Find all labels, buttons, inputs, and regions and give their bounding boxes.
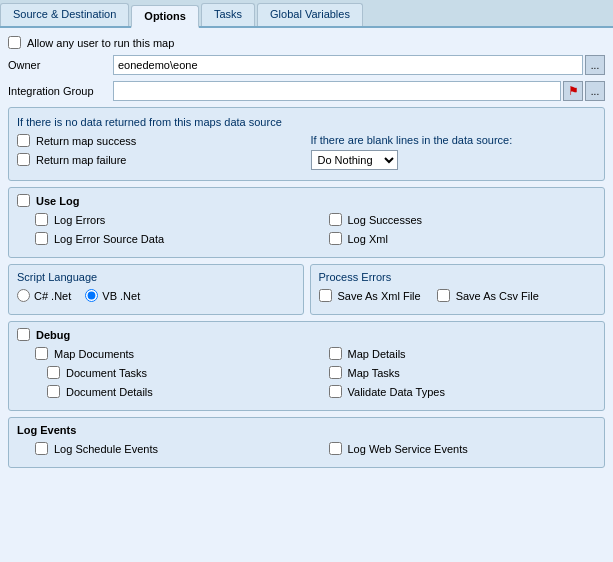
flag-icon: ⚑ [568, 84, 579, 98]
return-success-row: Return map success [17, 134, 303, 147]
map-tasks-label: Map Tasks [348, 367, 400, 379]
blank-lines-label: If there are blank lines in the data sou… [311, 134, 597, 146]
map-documents-label: Map Documents [54, 348, 134, 360]
validate-data-types-row: Validate Data Types [329, 385, 597, 398]
script-language-title: Script Language [17, 271, 295, 283]
owner-input[interactable] [113, 55, 583, 75]
map-details-checkbox[interactable] [329, 347, 342, 360]
map-details-row: Map Details [329, 347, 597, 360]
no-data-left-col: Return map success Return map failure [17, 134, 303, 172]
log-events-section: Log Events Log Schedule Events Log Web S… [8, 417, 605, 468]
vbnet-radio-item: VB .Net [85, 289, 140, 302]
debug-label: Debug [36, 329, 70, 341]
process-errors-title: Process Errors [319, 271, 597, 283]
owner-row: Owner ... [8, 55, 605, 75]
allow-any-user-checkbox[interactable] [8, 36, 21, 49]
document-tasks-checkbox[interactable] [47, 366, 60, 379]
map-documents-row: Map Documents [35, 347, 303, 360]
log-events-header: Log Events [17, 424, 596, 436]
log-right-col: Log Successes Log Xml [311, 213, 597, 251]
no-data-right-col: If there are blank lines in the data sou… [311, 134, 597, 172]
tab-tasks[interactable]: Tasks [201, 3, 255, 26]
tab-source-destination[interactable]: Source & Destination [0, 3, 129, 26]
save-as-csv-row: Save As Csv File [437, 289, 539, 302]
document-tasks-row: Document Tasks [47, 366, 303, 379]
debug-header: Debug [17, 328, 596, 341]
integration-group-label: Integration Group [8, 85, 113, 97]
save-as-xml-row: Save As Xml File [319, 289, 421, 302]
log-error-source-checkbox[interactable] [35, 232, 48, 245]
document-details-row: Document Details [47, 385, 303, 398]
use-log-header: Use Log [17, 194, 596, 207]
map-tasks-checkbox[interactable] [329, 366, 342, 379]
log-xml-row: Log Xml [329, 232, 597, 245]
use-log-section: Use Log Log Errors Log Error Source Data… [8, 187, 605, 258]
log-events-title: Log Events [17, 424, 76, 436]
owner-dots-button[interactable]: ... [585, 55, 605, 75]
log-successes-row: Log Successes [329, 213, 597, 226]
do-nothing-dropdown[interactable]: Do Nothing Skip Row Return Error [311, 150, 398, 170]
log-left-col: Log Errors Log Error Source Data [17, 213, 303, 251]
use-log-label: Use Log [36, 195, 79, 207]
debug-right-col: Map Details Map Tasks Validate Data Type… [311, 347, 597, 404]
return-success-label: Return map success [36, 135, 136, 147]
log-error-source-row: Log Error Source Data [35, 232, 303, 245]
validate-data-types-label: Validate Data Types [348, 386, 445, 398]
use-log-checkbox[interactable] [17, 194, 30, 207]
log-web-service-label: Log Web Service Events [348, 443, 468, 455]
options-panel: Allow any user to run this map Owner ...… [0, 28, 613, 562]
save-as-csv-checkbox[interactable] [437, 289, 450, 302]
script-language-section: Script Language C# .Net VB .Net [8, 264, 304, 315]
vbnet-label: VB .Net [102, 290, 140, 302]
log-schedule-label: Log Schedule Events [54, 443, 158, 455]
document-details-label: Document Details [66, 386, 153, 398]
debug-checkbox[interactable] [17, 328, 30, 341]
log-options-columns: Log Errors Log Error Source Data Log Suc… [17, 213, 596, 251]
log-web-service-checkbox[interactable] [329, 442, 342, 455]
log-events-left-col: Log Schedule Events [17, 442, 303, 461]
save-as-xml-label: Save As Xml File [338, 290, 421, 302]
return-failure-checkbox[interactable] [17, 153, 30, 166]
integration-group-input[interactable] [113, 81, 561, 101]
log-error-source-label: Log Error Source Data [54, 233, 164, 245]
csharp-radio-item: C# .Net [17, 289, 71, 302]
process-errors-checkboxes: Save As Xml File Save As Csv File [319, 289, 597, 308]
script-language-radios: C# .Net VB .Net [17, 289, 295, 302]
log-errors-label: Log Errors [54, 214, 105, 226]
log-errors-checkbox[interactable] [35, 213, 48, 226]
vbnet-radio[interactable] [85, 289, 98, 302]
csharp-radio[interactable] [17, 289, 30, 302]
owner-label: Owner [8, 59, 113, 71]
tab-bar: Source & Destination Options Tasks Globa… [0, 0, 613, 28]
log-xml-checkbox[interactable] [329, 232, 342, 245]
allow-any-user-label: Allow any user to run this map [27, 37, 174, 49]
map-documents-checkbox[interactable] [35, 347, 48, 360]
script-process-row: Script Language C# .Net VB .Net Process … [8, 264, 605, 315]
document-tasks-label: Document Tasks [66, 367, 147, 379]
debug-options-columns: Map Documents Document Tasks Document De… [17, 347, 596, 404]
save-as-xml-checkbox[interactable] [319, 289, 332, 302]
log-events-columns: Log Schedule Events Log Web Service Even… [17, 442, 596, 461]
validate-data-types-checkbox[interactable] [329, 385, 342, 398]
debug-section: Debug Map Documents Document Tasks Docum… [8, 321, 605, 411]
log-errors-row: Log Errors [35, 213, 303, 226]
no-data-section-title: If there is no data returned from this m… [17, 116, 596, 128]
tab-options[interactable]: Options [131, 5, 199, 28]
return-success-checkbox[interactable] [17, 134, 30, 147]
log-schedule-checkbox[interactable] [35, 442, 48, 455]
no-data-section: If there is no data returned from this m… [8, 107, 605, 181]
map-tasks-row: Map Tasks [329, 366, 597, 379]
save-as-csv-label: Save As Csv File [456, 290, 539, 302]
log-successes-checkbox[interactable] [329, 213, 342, 226]
tab-global-variables[interactable]: Global Variables [257, 3, 363, 26]
integration-group-dots-button[interactable]: ... [585, 81, 605, 101]
document-details-checkbox[interactable] [47, 385, 60, 398]
log-web-service-row: Log Web Service Events [329, 442, 597, 455]
allow-user-row: Allow any user to run this map [8, 36, 605, 49]
do-nothing-dropdown-row: Do Nothing Skip Row Return Error [311, 150, 597, 170]
debug-left-col: Map Documents Document Tasks Document De… [17, 347, 303, 404]
integration-group-flag-button[interactable]: ⚑ [563, 81, 583, 101]
map-details-label: Map Details [348, 348, 406, 360]
log-events-right-col: Log Web Service Events [311, 442, 597, 461]
log-schedule-row: Log Schedule Events [35, 442, 303, 455]
